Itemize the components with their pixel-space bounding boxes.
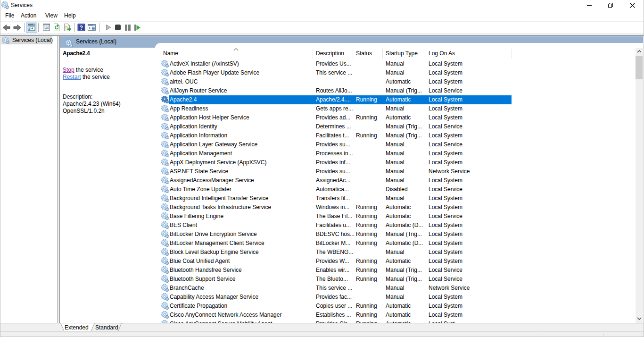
svg-text:?: ?	[80, 25, 83, 31]
